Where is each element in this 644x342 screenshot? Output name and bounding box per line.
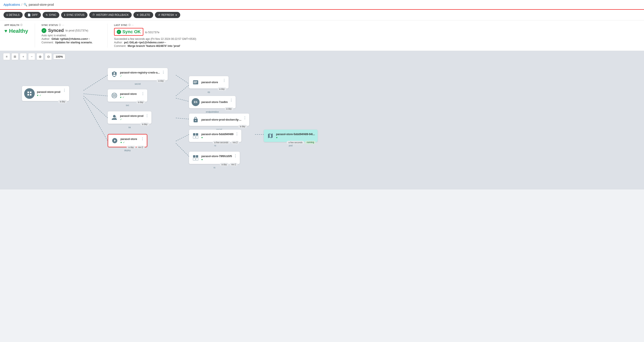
sa-icon — [110, 114, 118, 121]
sync-button[interactable]: ↻ SYNC — [43, 12, 59, 18]
heart-status: ♥ — [37, 94, 38, 97]
app-health-section: APP HEALTH ⓘ ♥ Healthy — [4, 24, 35, 48]
zoom-level: 100% — [53, 54, 65, 59]
svc-more[interactable]: ⋮ — [141, 92, 145, 96]
flow-container: parasol-store-prod ♥ ✓ ⋮ a day parasol-s… — [0, 62, 644, 190]
refresh-icon: ↺ — [158, 14, 160, 17]
app-name: parasol-store-prod — [28, 3, 54, 6]
deploy-tag: a day — [126, 146, 136, 149]
info-icon: ℹ — [6, 14, 8, 17]
details-button[interactable]: ℹ DETAILS — [4, 12, 23, 18]
auto-sync-note: Auto sync is enabled. — [42, 34, 101, 37]
history-button[interactable]: ⏱ HISTORY AND ROLLBACK — [89, 12, 132, 18]
ep-label: ep — [208, 91, 210, 93]
deploy-check: ✓ — [123, 141, 125, 144]
toolbar: ℹ DETAILS 📄 DIFF ↻ SYNC ℹ SYNC STATUS ⏱ … — [0, 10, 644, 21]
synced-display: ✓ Synced to prod (531737e) — [42, 28, 101, 33]
svg-rect-2 — [28, 94, 29, 95]
root-content: parasol-store-prod ♥ ✓ — [37, 90, 60, 97]
ep-content: parasol-store — [201, 81, 221, 84]
root-name: parasol-store-prod — [37, 90, 60, 94]
graph-view-button[interactable]: ⊞ — [12, 53, 18, 60]
svg-rect-8 — [196, 136, 198, 138]
diff-button[interactable]: 📄 DIFF — [24, 12, 41, 18]
sync-comment: Comment: Updates for starting scenario. — [42, 41, 101, 44]
applications-link[interactable]: Applications — [4, 3, 20, 6]
refresh-button[interactable]: ↺ REFRESH ▼ — [155, 12, 180, 18]
root-tag: a day — [58, 100, 67, 103]
minus-button[interactable]: − — [28, 53, 35, 60]
last-sync-more[interactable]: ⋯ — [132, 24, 134, 26]
synced-check-icon: ✓ — [42, 28, 46, 33]
deploy-icon — [111, 137, 119, 145]
svc-label: svc — [126, 104, 129, 106]
ep-node[interactable]: parasol-store ⋮ a day ep — [189, 76, 228, 88]
rs2-node[interactable]: parasol-store-79f6fcb5f5 ♥ ⋮ a day rev:1… — [189, 152, 240, 164]
secret-label: secret — [135, 83, 141, 85]
pod-running: running — [305, 141, 315, 144]
pod-label: pod — [289, 144, 292, 147]
svc-node[interactable]: parasol-store ♥ ✓ ⋮ a day svc — [108, 89, 147, 102]
root-status: ♥ ✓ — [37, 94, 60, 97]
help-icon-2: ⓘ — [59, 24, 61, 27]
heart-icon: ♥ — [4, 28, 7, 34]
endpointslice-node[interactable]: ES parasol-store-7xw8m ⋮ a day endpoints… — [189, 96, 236, 108]
last-sync-comment: Comment: Merge branch 'feature-4024874' … — [114, 45, 196, 48]
deploy-node[interactable]: parasol-store ♥ ✓ ⋮ a day rev:2 deploy — [108, 134, 147, 147]
healthy-display: ♥ Healthy — [4, 28, 28, 34]
delete-button[interactable]: ✕ DELETE — [134, 12, 153, 18]
last-sync-author: Author: pe1 GitLab <pe1@rhdemo.com> - — [114, 41, 196, 44]
svg-rect-12 — [196, 158, 198, 160]
sync-ok-box: ✓ Sync OK — [114, 28, 143, 36]
svg-rect-3 — [30, 94, 32, 95]
add-button[interactable]: + — [20, 53, 27, 60]
endpointslice-more[interactable]: ⋮ — [230, 98, 233, 102]
sync-status-button[interactable]: ℹ SYNC STATUS — [61, 12, 88, 18]
root-node[interactable]: parasol-store-prod ♥ ✓ ⋮ a day — [22, 86, 69, 101]
pod-status: ♥ — [276, 136, 315, 139]
endpointslice-content: parasol-store-7xw8m — [201, 101, 228, 104]
rs1-more[interactable]: ⋮ — [235, 132, 239, 136]
list-view-button[interactable]: ≡ — [3, 53, 10, 60]
root-more[interactable]: ⋮ — [63, 88, 66, 92]
secret2-name: parasol-store-prod-dockercfg-... — [201, 118, 241, 121]
sync-author: Author: Gitlab <gitlab@rhdemo.com> - — [42, 37, 101, 41]
svc-tag: a day — [136, 101, 145, 104]
pod-content: parasol-store-5ddd94f489-94l... ♥ — [276, 133, 315, 139]
sa-label: sa — [128, 126, 131, 128]
ep-more[interactable]: ⋮ — [222, 78, 226, 83]
pod-node[interactable]: parasol-store-5ddd94f489-94l... ♥ a few … — [264, 130, 318, 142]
secret-more[interactable]: ⋮ — [162, 70, 165, 74]
sync-ok-check: ✓ — [117, 30, 121, 34]
zoom-out-button[interactable]: ⊖ — [45, 53, 52, 60]
rs1-rev: rev:2 — [231, 141, 239, 144]
zoom-in-button[interactable]: ⊕ — [36, 53, 44, 60]
rs1-node[interactable]: parasol-store-5ddd94f489 ♥ ⋮ a few secon… — [189, 130, 241, 142]
secret2-more[interactable]: ⋮ — [243, 116, 246, 120]
check-status: ✓ — [39, 94, 41, 97]
svg-rect-5 — [193, 133, 196, 135]
svc-name: parasol-store — [120, 92, 139, 95]
svg-rect-0 — [28, 92, 29, 93]
rs2-more[interactable]: ⋮ — [234, 154, 237, 158]
secret-node[interactable]: parasol-store-registry-creds-a... ✓ ⋮ a … — [108, 68, 168, 80]
secret2-node[interactable]: parasol-store-prod-dockercfg-... ⋮ a day… — [189, 114, 249, 126]
rs2-icon — [192, 154, 200, 162]
sync-status-text: Synced — [48, 28, 64, 33]
sync-status-more[interactable]: ⋯ — [62, 24, 64, 26]
svc-heart: ♥ — [120, 96, 122, 99]
ep-tag: a day — [218, 87, 226, 91]
deploy-label: deploy — [124, 149, 130, 152]
sa-more[interactable]: ⋮ — [145, 114, 149, 118]
last-sync-label: LAST SYNC ⓘ ⋯ — [114, 24, 134, 27]
sync-ok-to: to 531737e — [145, 31, 159, 34]
sa-tag: a day — [140, 123, 149, 126]
pod-tag: a few seconds — [286, 141, 304, 144]
svg-rect-9 — [193, 155, 196, 157]
rs2-rev: rev:1 — [230, 163, 238, 166]
sa-node[interactable]: parasol-store-prod ✓ ⋮ a day sa — [108, 111, 152, 124]
ep-icon — [192, 78, 200, 86]
rs1-icon — [192, 132, 200, 140]
deploy-more[interactable]: ⋮ — [141, 137, 144, 141]
svg-rect-7 — [193, 136, 196, 138]
